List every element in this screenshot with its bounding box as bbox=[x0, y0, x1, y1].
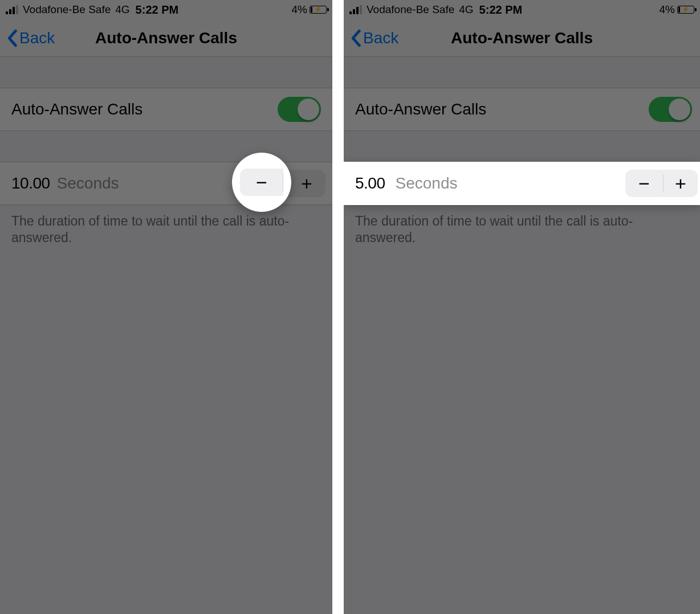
section-spacer bbox=[344, 57, 700, 88]
battery-percent: 4% bbox=[660, 3, 675, 16]
nav-bar: Back Auto-Answer Calls bbox=[344, 19, 700, 57]
battery-percent: 4% bbox=[292, 3, 307, 16]
screenshot-right: Vodafone-Be Safe 4G 5:22 PM 4% ⚡ Back Au… bbox=[344, 0, 700, 614]
side-by-side-screenshots: Vodafone-Be Safe 4G 5:22 PM 4% ⚡ Back Au… bbox=[0, 0, 700, 614]
network-label: 4G bbox=[115, 3, 129, 16]
increment-button[interactable]: + bbox=[664, 170, 698, 197]
decrement-button-highlight[interactable]: − bbox=[240, 169, 283, 196]
network-label: 4G bbox=[459, 3, 473, 16]
toggle-label: Auto-Answer Calls bbox=[355, 100, 486, 118]
auto-answer-toggle[interactable] bbox=[278, 97, 321, 122]
clock: 5:22 PM bbox=[479, 3, 523, 17]
footer-description: The duration of time to wait until the c… bbox=[0, 205, 332, 246]
section-spacer bbox=[0, 57, 332, 88]
auto-answer-toggle-row[interactable]: Auto-Answer Calls bbox=[344, 88, 700, 131]
battery-icon: ⚡ bbox=[310, 6, 327, 14]
signal-icon bbox=[349, 5, 362, 14]
nav-bar: Back Auto-Answer Calls bbox=[0, 19, 332, 57]
seconds-value: 10.00 bbox=[11, 174, 50, 193]
status-bar: Vodafone-Be Safe 4G 5:22 PM 4% ⚡ bbox=[344, 0, 700, 19]
carrier-label: Vodafone-Be Safe bbox=[367, 3, 454, 16]
auto-answer-toggle[interactable] bbox=[649, 97, 692, 122]
toggle-knob bbox=[298, 99, 319, 120]
seconds-stepper: − + bbox=[625, 170, 698, 197]
increment-button[interactable]: + bbox=[288, 170, 325, 197]
battery-icon: ⚡ bbox=[677, 6, 694, 14]
clock: 5:22 PM bbox=[136, 3, 179, 17]
section-spacer bbox=[344, 131, 700, 162]
auto-answer-toggle-row[interactable]: Auto-Answer Calls bbox=[0, 88, 332, 131]
seconds-unit: Seconds bbox=[57, 174, 119, 193]
decrement-button[interactable]: − bbox=[625, 170, 663, 197]
section-spacer bbox=[0, 131, 332, 162]
footer-description: The duration of time to wait until the c… bbox=[344, 205, 700, 246]
spotlight-circle: − bbox=[232, 153, 291, 212]
carrier-label: Vodafone-Be Safe bbox=[23, 3, 111, 16]
page-title: Auto-Answer Calls bbox=[0, 29, 332, 47]
status-bar: Vodafone-Be Safe 4G 5:22 PM 4% ⚡ bbox=[0, 0, 332, 19]
stepper-row-highlight: 5.00 Seconds − + bbox=[344, 162, 700, 205]
screenshot-left: Vodafone-Be Safe 4G 5:22 PM 4% ⚡ Back Au… bbox=[0, 0, 332, 614]
toggle-label: Auto-Answer Calls bbox=[11, 100, 143, 118]
signal-icon bbox=[6, 5, 18, 14]
screenshot-gap bbox=[332, 0, 344, 614]
seconds-unit: Seconds bbox=[396, 174, 458, 193]
page-title: Auto-Answer Calls bbox=[344, 29, 700, 47]
toggle-knob bbox=[669, 99, 690, 120]
seconds-value: 5.00 bbox=[355, 174, 385, 193]
